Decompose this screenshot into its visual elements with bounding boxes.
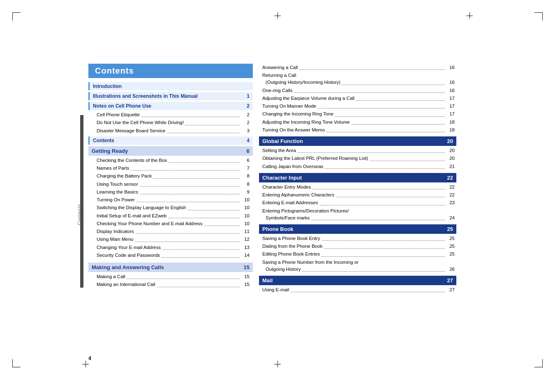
dots [320,199,445,205]
toc-outgoing-history: Outgoing History 26 [259,265,456,273]
item-label: Turning On the Answer Memo [262,127,325,134]
contents-label: Contents [93,138,114,143]
item-label: Changing Your E-mail Address [97,244,161,251]
illustrations-page: 1 [247,93,250,99]
dots [318,103,445,108]
cross-mark-top-center [274,12,281,19]
dots [141,111,240,117]
item-page: 15 [241,281,250,288]
item-page: 22 [446,191,455,198]
item-page: 10 [241,212,250,219]
section-phone-book: Phone Book 25 [259,224,456,234]
item-page: 3 [241,127,250,134]
dots [326,127,445,132]
dots [204,220,240,226]
dots [312,184,445,189]
section-making-calls: Making and Answering Calls 15 [88,263,253,272]
contents-heading: Contents [88,64,253,78]
item-page: 21 [446,163,455,170]
item-page: 10 [241,220,250,227]
toc-adjusting-earpiece: Adjusting the Earpiece Volume during a C… [259,95,456,102]
toc-cell-phone-etiquette: Cell Phone Etiquette 2 [88,111,253,119]
character-input-page: 22 [447,175,453,181]
item-label: Adjusting the Incoming Ring Tone Volume [262,119,350,126]
item-label: Calling Japan from Overseas [262,163,323,170]
toc-entering-alphanumeric: Entering Alphanumeric Characters 22 [259,191,456,199]
dots [127,273,240,279]
item-label: One-ring Calls [262,87,293,94]
toc-display-indicators: Display Indicators 11 [88,228,253,235]
dots [298,147,445,153]
dots [336,191,445,197]
contents-page: 4 [247,138,250,143]
item-label: Display Indicators [97,228,134,235]
page: Contents Contents Introduction Illustrat… [0,0,555,392]
item-label: Checking Your Phone Number and E-mail Ad… [97,220,203,227]
toc-returning-call: Returning a Call [259,71,456,78]
toc-editing-phone-book: Editing Phone Book Entries 25 [259,250,456,258]
sidebar-label: Contents [77,204,82,225]
outgoing-label: Outgoing History [266,266,301,273]
item-page: 16 [446,79,455,86]
toc-setting-area: Setting the Area 20 [259,147,456,154]
item-label: Editing Phone Book Entries [262,251,320,258]
item-page: 17 [446,103,455,110]
item-page: 16 [446,64,455,71]
dots [140,189,240,194]
item-label: Do Not Use the Cell Phone While Driving! [97,119,184,126]
item-page: 26 [446,266,455,273]
toc-charging-battery: Charging the Battery Pack 8 [88,172,253,180]
item-page: 11 [241,228,250,235]
section-getting-ready: Getting Ready 6 [88,146,253,156]
toc-one-ring: One-ring Calls 16 [259,87,456,95]
toc-names-of-parts: Names of Parts 7 [88,164,253,172]
item-label: Changing the Incoming Ring Tone [262,111,333,118]
toc-changing-email: Changing Your E-mail Address 13 [88,244,253,251]
item-page: 20 [446,147,455,154]
mail-label: Mail [262,277,273,284]
toc-character-entry-modes: Character Entry Modes 22 [259,183,456,191]
corner-mark-br [534,359,543,367]
making-calls-page: 15 [244,264,250,270]
toc-symbols-face: Symbols/Face marks 24 [259,214,456,222]
page-number: 4 [88,355,91,361]
toc-disaster-message: Disaster Message Board Service 3 [88,127,253,135]
item-page: 13 [241,244,250,251]
item-page: 16 [446,87,455,94]
item-label: Turning On Manner Mode [262,103,316,110]
toc-making-a-call: Making a Call 15 [88,273,253,281]
item-page: 7 [241,165,250,172]
illustrations-label: Illustrations and Screenshots in This Ma… [93,93,198,99]
item-page: 15 [241,273,250,280]
phone-book-label: Phone Book [262,226,294,232]
dots [140,181,240,187]
toc-do-not-use: Do Not Use the Cell Phone While Driving!… [88,119,253,127]
making-calls-label: Making and Answering Calls [92,264,164,270]
character-input-label: Character Input [262,175,302,181]
returning-call-label: Returning a Call [262,73,296,78]
corner-mark-tl [12,12,21,21]
dots [169,157,240,163]
toc-returning-call-sub: (Outgoing History/Incoming History) 16 [259,78,456,86]
toc-dialing-phone-book: Dialing from the Phone Book 25 [259,242,456,250]
getting-ready-label: Getting Ready [92,148,128,154]
item-label: Obtaining the Latest PRL (Preferred Roam… [262,155,368,162]
item-label: Answering a Call [262,64,298,71]
item-label: Using Touch sensor [97,181,138,188]
item-page: 23 [446,199,455,206]
dots [135,236,240,242]
item-label: Learning the Basics [97,189,138,196]
item-page: 10 [241,204,250,211]
item-page: 18 [446,127,455,134]
item-page: 25 [446,235,455,242]
item-label: Initial Setup of E-mail and EZweb [97,212,166,219]
item-label: Saving a Phone Book Entry [262,235,320,242]
dots [370,155,445,161]
toc-entering-email-addresses: Entering E-mail Addresses 23 [259,199,456,207]
toc-checking-contents: Checking the Contents of the Box 6 [88,157,253,164]
item-page: 25 [446,251,455,258]
item-label: Entering E-mail Addresses [262,199,318,206]
item-page: 14 [241,252,250,259]
introduction-label: Introduction [93,83,122,89]
dots [162,244,240,250]
